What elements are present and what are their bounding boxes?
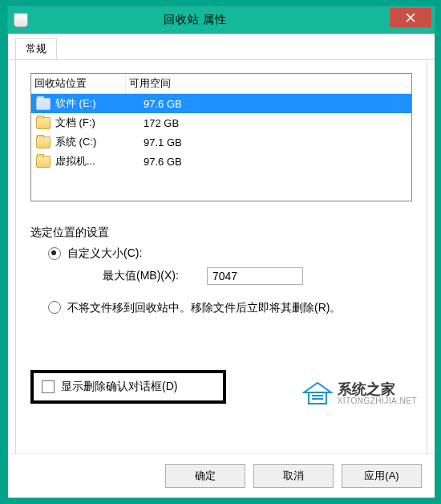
recycle-bin-properties-window: 回收站 属性 常规 回收站位置 可用空间: [7, 6, 435, 498]
cancel-button[interactable]: 取消: [253, 464, 334, 488]
radio-dont-move[interactable]: [48, 301, 61, 314]
radio-custom-size[interactable]: [48, 247, 61, 260]
drive-row[interactable]: 系统 (C:) 97.1 GB: [31, 132, 411, 152]
drive-name: 系统 (C:): [55, 135, 144, 149]
tab-general[interactable]: 常规: [15, 38, 57, 60]
col-header-location[interactable]: 回收站位置: [31, 74, 126, 93]
drive-space: 172 GB: [144, 117, 411, 129]
folder-icon: [36, 156, 51, 168]
radio-dont-move-label: 不将文件移到回收站中。移除文件后立即将其删除(R)。: [67, 299, 412, 315]
radio-custom-size-label: 自定义大小(C):: [67, 246, 142, 261]
title-bar: 回收站 属性: [8, 6, 435, 34]
house-icon: [302, 381, 333, 405]
drive-space: 97.6 GB: [144, 156, 411, 168]
watermark-title: 系统之家: [338, 382, 418, 396]
folder-icon: [36, 136, 51, 148]
col-header-space[interactable]: 可用空间: [126, 74, 411, 93]
close-button[interactable]: [390, 8, 431, 27]
settings-group-label: 选定位置的设置: [30, 226, 412, 240]
recycle-bin-icon: [14, 13, 28, 27]
close-icon: [406, 13, 415, 22]
show-delete-confirm-row[interactable]: 显示删除确认对话框(D): [30, 370, 226, 404]
svg-rect-3: [309, 392, 326, 404]
max-size-label: 最大值(MB)(X):: [103, 269, 207, 283]
drive-space: 97.1 GB: [144, 136, 411, 148]
watermark: 系统之家 XITONGZHIJIA.NET: [302, 381, 418, 405]
drive-name: 文档 (F:): [55, 116, 144, 130]
radio-dont-move-row[interactable]: 不将文件移到回收站中。移除文件后立即将其删除(R)。: [48, 299, 412, 315]
folder-icon: [36, 98, 51, 110]
folder-icon: [36, 117, 51, 129]
watermark-sub: XITONGZHIJIA.NET: [338, 396, 418, 405]
tab-strip: 常规: [8, 34, 435, 60]
drive-space: 97.6 GB: [144, 98, 411, 110]
svg-marker-2: [304, 383, 331, 392]
tab-panel-general: 回收站位置 可用空间 软件 (E:) 97.6 GB 文档 (F:) 172 G…: [15, 59, 427, 454]
drive-list[interactable]: 回收站位置 可用空间 软件 (E:) 97.6 GB 文档 (F:) 172 G…: [30, 73, 412, 201]
drive-list-header: 回收站位置 可用空间: [31, 74, 411, 94]
max-size-input[interactable]: [207, 267, 303, 285]
svg-rect-4: [312, 395, 323, 396]
window-title: 回收站 属性: [1, 13, 390, 27]
ok-button[interactable]: 确定: [165, 464, 245, 488]
drive-name: 软件 (E:): [55, 96, 144, 111]
svg-rect-5: [312, 398, 323, 400]
show-delete-confirm-checkbox[interactable]: [42, 380, 55, 393]
drive-name: 虚拟机...: [55, 154, 144, 169]
show-delete-confirm-label: 显示删除确认对话框(D): [61, 380, 177, 394]
apply-button[interactable]: 应用(A): [342, 464, 422, 488]
radio-custom-size-row[interactable]: 自定义大小(C):: [48, 246, 412, 261]
drive-row[interactable]: 虚拟机... 97.6 GB: [31, 152, 411, 171]
drive-row[interactable]: 软件 (E:) 97.6 GB: [31, 94, 411, 113]
drive-row[interactable]: 文档 (F:) 172 GB: [31, 113, 411, 132]
dialog-button-row: 确定 取消 应用(A): [8, 453, 435, 498]
